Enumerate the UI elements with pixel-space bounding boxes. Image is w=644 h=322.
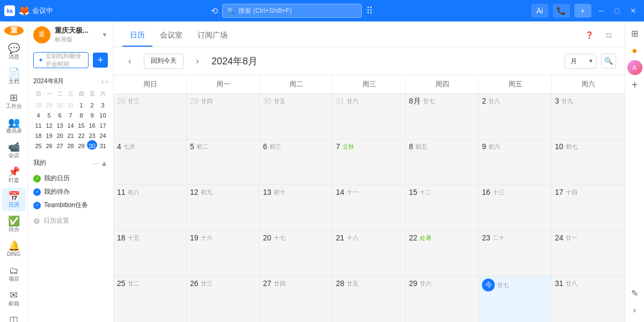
sidebar-item-mail[interactable]: ✉邮箱 — [2, 287, 26, 310]
history-icon[interactable]: ⟲ — [211, 6, 218, 16]
mini-cal-day[interactable]: 4 — [33, 109, 43, 119]
cal-cell[interactable]: 17十四 — [552, 185, 625, 230]
cal-search-button[interactable]: 🔍 — [601, 54, 616, 69]
mini-cal-next[interactable]: › — [106, 78, 108, 85]
sidebar-item-nailboard[interactable]: 📌钉盘 — [2, 163, 26, 187]
mini-cal-day[interactable]: 27 — [55, 140, 65, 150]
calendar-item-my-todo[interactable]: ✓我的待办 — [33, 185, 108, 199]
rp-user-avatar[interactable]: A — [627, 60, 642, 75]
mini-cal-day[interactable]: 16 — [87, 120, 97, 129]
cal-cell[interactable]: 15十二 — [406, 185, 479, 230]
cal-cell[interactable]: 23二十 — [479, 231, 552, 276]
my-section-collapse-icon[interactable]: ▲ — [100, 159, 108, 167]
mini-cal-day[interactable]: 1 — [76, 99, 86, 109]
cal-cell[interactable]: 6初三 — [260, 140, 333, 185]
cal-cell[interactable]: 16十三 — [479, 185, 552, 230]
cal-cell[interactable]: 28廿五 — [333, 276, 406, 322]
cal-cell[interactable]: 5初二 — [187, 140, 260, 185]
calendar-settings[interactable]: ⚙ 日历设置 — [33, 214, 108, 228]
rp-edit-icon[interactable]: ✎ — [627, 286, 642, 301]
expand-button[interactable]: ⊡ — [601, 27, 616, 42]
calendar-item-teambition[interactable]: ✓Teambition任务 — [33, 199, 108, 212]
sidebar-item-contacts[interactable]: 👥通讯录 — [2, 114, 26, 137]
apps-grid-icon[interactable]: ⠿ — [366, 5, 373, 17]
cal-cell[interactable]: 21十八 — [333, 231, 406, 276]
cal-cell[interactable]: 13初十 — [260, 185, 333, 230]
cal-cell[interactable]: 31廿八 — [552, 276, 625, 322]
cal-cell[interactable]: 3廿九 — [552, 94, 625, 139]
mini-cal-day[interactable]: 30 — [55, 99, 65, 109]
mini-cal-day[interactable]: 31 — [65, 99, 76, 109]
mini-cal-day[interactable]: 17 — [98, 120, 108, 129]
mini-cal-day[interactable]: 7 — [65, 109, 76, 119]
cal-cell[interactable]: 24廿一 — [552, 231, 625, 276]
mini-cal-day[interactable]: 29 — [44, 99, 54, 109]
rp-arrow-right-icon[interactable]: › — [627, 303, 642, 318]
maximize-button[interactable]: □ — [612, 6, 623, 15]
my-section-more-icon[interactable]: ··· — [92, 159, 98, 167]
close-button[interactable]: ✕ — [627, 6, 640, 15]
mini-cal-day[interactable]: 28 — [65, 140, 76, 150]
cal-cell[interactable]: 22处暑 — [406, 231, 479, 276]
mini-cal-day[interactable]: 10 — [98, 109, 108, 119]
tab-calendar[interactable]: 日历 — [122, 24, 152, 47]
mini-cal-prev[interactable]: ‹ — [101, 78, 104, 85]
mini-cal-day[interactable]: 23 — [87, 130, 97, 140]
cal-cell[interactable]: 4七月 — [114, 140, 187, 185]
minimize-button[interactable]: ─ — [596, 6, 608, 15]
sidebar-item-todo[interactable]: ✅待办 — [2, 213, 26, 236]
cal-cell[interactable]: 10初七 — [552, 140, 625, 185]
view-select[interactable]: 月周日议程 — [565, 54, 597, 69]
mini-cal-day[interactable]: 20 — [55, 130, 65, 140]
user-avatar[interactable]: 重 — [4, 26, 24, 35]
cal-cell[interactable]: 31廿六 — [333, 94, 406, 139]
call-button[interactable]: 📞 — [553, 4, 570, 18]
calendar-item-my-cal[interactable]: ✓我的日历 — [33, 172, 108, 185]
mini-cal-day[interactable]: 8 — [76, 109, 86, 119]
cal-today-button[interactable]: 回到今天 — [144, 54, 184, 69]
cal-cell[interactable]: 8月廿七 — [406, 94, 479, 139]
mini-cal-day[interactable]: 30 — [87, 140, 97, 150]
cal-cell[interactable]: 29廿四 — [187, 94, 260, 139]
cal-cell[interactable]: 14十一 — [333, 185, 406, 230]
tab-subscribe[interactable]: 订阅广场 — [190, 24, 235, 47]
cal-prev-button[interactable]: ‹ — [122, 54, 137, 69]
rp-orange-icon[interactable]: ● — [627, 43, 642, 58]
mini-cal-day[interactable]: 5 — [44, 109, 54, 119]
cal-cell[interactable]: 26廿三 — [187, 276, 260, 322]
sidebar-item-meetings[interactable]: 📹会议 — [2, 138, 26, 162]
cal-cell[interactable]: 30廿五 — [260, 94, 333, 139]
mini-cal-day[interactable]: 19 — [44, 130, 54, 140]
cal-cell[interactable]: 28廿三 — [114, 94, 187, 139]
cal-next-button[interactable]: › — [190, 54, 205, 69]
user-dropdown-icon[interactable]: ▼ — [101, 31, 108, 39]
mini-cal-day[interactable]: 18 — [33, 130, 43, 140]
cal-cell[interactable]: 今廿七 — [479, 276, 552, 322]
mini-cal-day[interactable]: 2 — [87, 99, 97, 109]
add-button[interactable]: + — [574, 4, 591, 18]
mini-cal-day[interactable]: 21 — [65, 130, 76, 140]
mini-cal-day[interactable]: 22 — [76, 130, 86, 140]
cal-cell[interactable]: 27廿四 — [260, 276, 333, 322]
sidebar-item-ding[interactable]: 🔔DING — [2, 237, 26, 261]
mini-cal-day[interactable]: 26 — [44, 140, 54, 150]
mini-cal-day[interactable]: 12 — [44, 120, 54, 129]
cal-cell[interactable]: 2廿八 — [479, 94, 552, 139]
ai-button[interactable]: Ai — [531, 4, 548, 18]
sidebar-item-workspace[interactable]: ⊞工作台 — [2, 89, 26, 113]
mini-cal-day[interactable]: 31 — [98, 140, 108, 150]
cal-cell[interactable]: 20十七 — [260, 231, 333, 276]
search-bar[interactable]: 🔍 搜索 (Ctrl+Shift+F) — [222, 4, 362, 18]
user-avatar-small[interactable]: 重 — [33, 26, 50, 43]
mini-cal-day[interactable]: 28 — [33, 99, 43, 109]
cal-cell[interactable]: 8初五 — [406, 140, 479, 185]
tab-meetingroom[interactable]: 会议室 — [152, 24, 190, 47]
mini-cal-day[interactable]: 25 — [33, 140, 43, 150]
mini-cal-day[interactable]: 29 — [76, 140, 86, 150]
cal-cell[interactable]: 7立秋 — [333, 140, 406, 185]
mini-cal-day[interactable]: 15 — [76, 120, 86, 129]
rp-table-icon[interactable]: ⊞ — [627, 26, 642, 41]
mini-cal-day[interactable]: 24 — [98, 130, 108, 140]
mini-cal-day[interactable]: 11 — [33, 120, 43, 129]
cal-cell[interactable]: 19十六 — [187, 231, 260, 276]
